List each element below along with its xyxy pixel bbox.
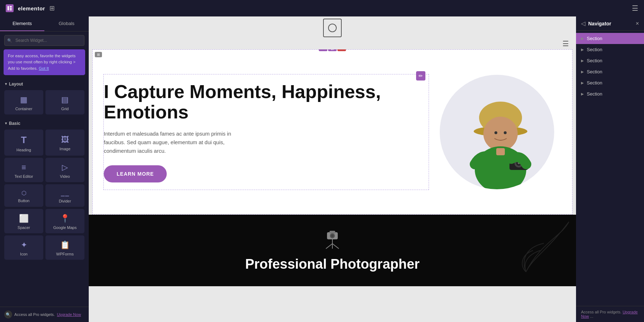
widget-heading[interactable]: T Heading [4,130,43,156]
nav-arrow-icon-2: ▶ [581,48,584,52]
layout-section-label: Layout [9,82,23,87]
heading-icon: T [21,135,27,146]
hero-text-column: ✏ I Capture Moments, Happiness, Emotions… [103,74,429,190]
canvas-area: ☰ + ⣿ × ⊞ ✏ I Capture Moments [89,16,576,322]
top-bar-left: elementor ⊞ [6,4,55,12]
canvas-header: ☰ [89,38,576,49]
nav-arrow-icon-4: ▶ [581,70,584,74]
hero-section: + ⣿ × ⊞ ✏ I Capture Moments, Happiness, … [92,49,572,215]
navigator-item-section-4[interactable]: ▶ Section [576,66,644,77]
elementor-logo-text: elementor [18,5,45,11]
layout-arrow-icon: ▾ [5,82,7,86]
search-wrap [4,35,84,46]
canvas-scroll[interactable]: + ⣿ × ⊞ ✏ I Capture Moments, Happiness, … [89,49,576,322]
nav-arrow-icon-3: ▶ [581,59,584,63]
svg-point-19 [331,234,334,237]
tab-globals[interactable]: Globals [44,16,89,31]
promo-link[interactable]: Got It [39,66,49,70]
video-icon: ▷ [62,163,68,172]
nav-arrow-icon-5: ▶ [581,81,584,85]
svg-rect-17 [330,231,335,234]
widget-button[interactable]: ⬡ Button [4,184,43,207]
image-label: Image [59,147,70,151]
navigator-title: Navigator [588,21,611,26]
divider-icon: ⎯⎯ [61,189,69,197]
heading-label: Heading [16,148,31,152]
navigator-item-section-2[interactable]: ▶ Section [576,44,644,55]
nav-arrow-icon-6: ▶ [581,92,584,96]
spacer-label: Spacer [18,225,30,230]
button-icon: ⬡ [21,190,26,196]
nav-section-label-2: Section [587,47,602,52]
widget-container[interactable]: ▦ Container [4,90,43,114]
widget-google-maps[interactable]: 📍 Google Maps [45,209,84,233]
basic-section-header[interactable]: ▾ Basic [0,118,89,128]
container-icon: ▦ [20,95,28,104]
icon-widget-icon: ✦ [21,240,27,250]
widget-spacer[interactable]: ⬜ Spacer [4,209,43,233]
move-section-button[interactable]: ⣿ [328,49,337,51]
svg-rect-0 [8,6,9,10]
footer-camera-icon [322,229,343,252]
widget-video[interactable]: ▷ Video [45,158,84,182]
navigator-item-section-6[interactable]: ▶ Section [576,88,644,99]
search-input[interactable] [4,35,84,46]
hero-image-column [429,75,565,189]
navigator-close-button[interactable]: × [636,20,639,27]
canvas-top-bar [89,16,576,38]
widget-divider[interactable]: ⎯⎯ Divider [45,184,84,207]
grid-icon[interactable]: ⊞ [49,4,55,12]
widget-image[interactable]: 🖼 Image [45,130,84,156]
grid-widget-icon: ▤ [61,95,69,104]
layout-section-header[interactable]: ▾ Layout [0,79,89,89]
icon-label: Icon [20,252,28,256]
add-element-button[interactable]: + [319,49,327,51]
container-label: Container [15,107,33,111]
basic-section-label: Basic [9,121,20,126]
search-footer-icon[interactable]: 🔍 [4,311,12,318]
hamburger-canvas-icon[interactable]: ☰ [562,39,569,48]
navigator-items-list: ▶ Section ▶ Section ▶ Section ▶ Section … [576,31,644,306]
sidebar-footer-link[interactable]: Upgrade Now [57,312,81,317]
right-navigator: ◁ Navigator × ▶ Section ▶ Section ▶ Sect… [576,16,644,322]
top-bar: elementor ⊞ ☰ [0,0,644,16]
basic-widget-grid: T Heading 🖼 Image ≡ Text Editor ▷ Video … [0,128,89,263]
edit-text-button[interactable]: ✏ [416,71,425,80]
tab-elements[interactable]: Elements [0,16,44,31]
navigator-header-left: ◁ Navigator [581,20,611,27]
navigator-footer-dots: ... [590,314,593,318]
divider-label: Divider [59,199,71,203]
hamburger-menu-icon[interactable]: ☰ [632,4,638,13]
navigator-item-section-5[interactable]: ▶ Section [576,77,644,88]
navigator-back-icon[interactable]: ◁ [581,20,585,27]
hero-inner: ✏ I Capture Moments, Happiness, Emotions… [93,50,572,214]
nav-section-label-1: Section [587,36,602,41]
widget-wpforms[interactable]: 📋 WPForms [45,235,84,260]
camera-target-icon [323,19,342,37]
svg-point-6 [483,117,518,151]
navigator-footer: Access all Pro widgets. Upgrade Now ... [576,306,644,322]
hero-cta-button[interactable]: LEARN MORE [104,165,167,182]
hero-text-box: I Capture Moments, Happiness, Emotions I… [103,74,429,190]
hero-subtitle: Interdum et malesuada fames ac ante ipsu… [104,130,240,155]
navigator-header: ◁ Navigator × [576,16,644,31]
navigator-item-section-1[interactable]: ▶ Section [576,33,644,44]
elementor-logo-icon[interactable] [6,4,14,12]
text-editor-label: Text Editor [15,174,33,179]
sidebar-footer: 🔍 Access all Pro widgets. Upgrade Now [0,307,89,322]
delete-section-button[interactable]: × [337,49,346,51]
widget-grid[interactable]: ▤ Grid [45,90,84,114]
footer-dark-section: Professional Photographer [89,215,576,286]
widget-icon[interactable]: ✦ Icon [4,235,43,260]
left-sidebar: Elements Globals For easy access, favori… [0,16,89,322]
nav-section-label-6: Section [587,91,602,97]
nav-section-label-3: Section [587,58,602,63]
sidebar-tabs: Elements Globals [0,16,89,31]
section-controls-bar: + ⣿ × [319,49,346,51]
camera-tripod-svg [322,229,343,249]
widget-text-editor[interactable]: ≡ Text Editor [4,158,43,182]
text-editor-icon: ≡ [21,163,26,172]
navigator-item-section-3[interactable]: ▶ Section [576,55,644,66]
sidebar-footer-text: Access all Pro widgets. [14,312,55,317]
svg-point-8 [504,131,507,134]
